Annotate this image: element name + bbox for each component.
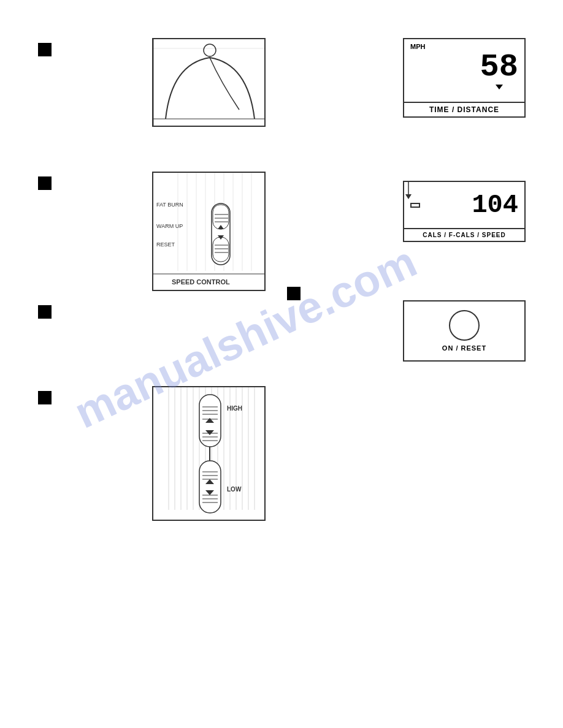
svg-rect-59 bbox=[199, 461, 221, 513]
svg-point-1 bbox=[204, 44, 216, 56]
bullet-4b bbox=[287, 287, 301, 300]
display-cals-top: 104 bbox=[404, 182, 524, 228]
mph-label: MPH bbox=[410, 43, 425, 50]
diagram-arc bbox=[152, 38, 266, 127]
time-distance-label: TIME / DISTANCE bbox=[404, 102, 524, 116]
cals-indicator-svg bbox=[404, 182, 413, 200]
display-mph-top: MPH 58 bbox=[404, 39, 524, 102]
bullet-3 bbox=[38, 305, 52, 319]
svg-text:HIGH: HIGH bbox=[227, 405, 242, 412]
resistance-svg: HIGH LOW bbox=[153, 387, 266, 521]
bullet-1 bbox=[38, 43, 52, 56]
svg-text:FAT BURN: FAT BURN bbox=[156, 202, 183, 208]
mph-arrow bbox=[496, 85, 503, 89]
speed-control-svg: FAT BURN WARM UP RESET SPEED CONTROL bbox=[153, 173, 266, 291]
svg-text:SPEED CONTROL: SPEED CONTROL bbox=[172, 278, 230, 286]
cals-value: 104 bbox=[472, 191, 518, 220]
svg-text:WARM UP: WARM UP bbox=[156, 223, 183, 229]
svg-rect-22 bbox=[213, 237, 229, 262]
cals-box-indicator bbox=[410, 203, 420, 208]
on-reset-circle bbox=[449, 310, 480, 341]
diagram-speed-control: FAT BURN WARM UP RESET SPEED CONTROL bbox=[152, 172, 266, 291]
on-reset-label: ON / RESET bbox=[442, 344, 486, 352]
svg-text:LOW: LOW bbox=[227, 486, 242, 493]
display-on-reset: ON / RESET bbox=[403, 300, 526, 362]
arc-svg bbox=[153, 39, 266, 127]
diagram-resistance-control: HIGH LOW bbox=[152, 386, 266, 521]
cals-label: CALS / F-CALS / SPEED bbox=[404, 228, 524, 241]
display-cals-speed: 104 CALS / F-CALS / SPEED bbox=[403, 181, 526, 242]
mph-value: 58 bbox=[480, 51, 518, 83]
bullet-4a bbox=[38, 391, 52, 404]
svg-marker-31 bbox=[405, 194, 412, 199]
svg-text:RESET: RESET bbox=[156, 241, 175, 248]
bullet-2 bbox=[38, 176, 52, 190]
display-time-distance: MPH 58 TIME / DISTANCE bbox=[403, 38, 526, 118]
